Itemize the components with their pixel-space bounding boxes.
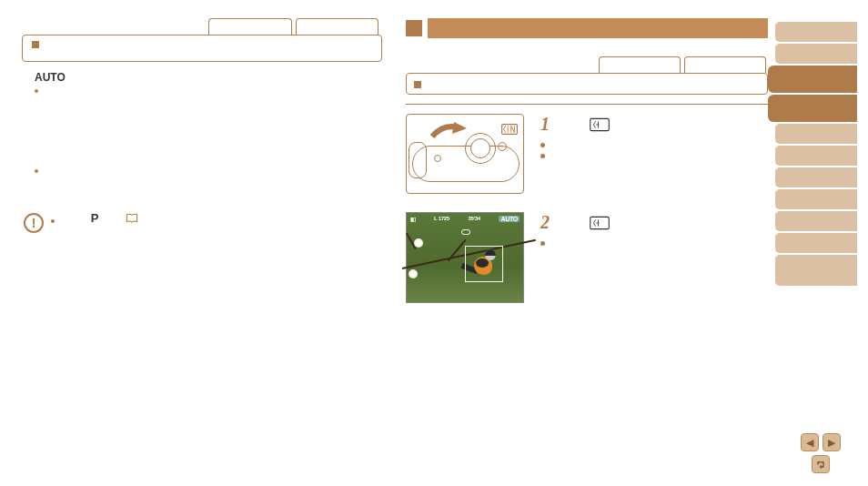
step-2: ▮▯ L 1725 35'34 AUTO [406, 212, 768, 303]
step2-bullet-1 [540, 237, 768, 246]
bullet-dot-icon [35, 89, 38, 93]
overlay-shots-remaining: L 1725 [434, 216, 449, 222]
auto-label: AUTO [22, 67, 382, 84]
return-icon [815, 459, 826, 470]
next-page-button[interactable]: ▶ [823, 433, 841, 451]
sidebar-tabs [768, 22, 868, 288]
right-tab-2[interactable] [684, 56, 766, 73]
lcd-preview: ▮▯ L 1725 35'34 AUTO [406, 212, 524, 303]
section-banner [406, 18, 768, 38]
left-tab-2[interactable] [296, 18, 379, 35]
telephoto-icon [501, 124, 518, 137]
camera-top-diagram [406, 114, 524, 194]
right-tab-1[interactable] [599, 56, 681, 73]
square-bullet-icon [32, 41, 39, 48]
step-number-2: 2 [540, 212, 550, 233]
left-tab-1[interactable] [208, 18, 292, 35]
step1-bullet-2 [540, 149, 768, 158]
overlay-auto-badge: AUTO [499, 216, 520, 222]
step-number-1: 1 [540, 114, 550, 135]
bullet-dot-icon [540, 154, 545, 158]
sidebar-tab-8[interactable] [775, 189, 857, 209]
bullet-dot-icon [35, 169, 38, 173]
step1-bullet-1 [540, 138, 768, 147]
p-mode-icon: P [91, 211, 99, 225]
svg-rect-0 [502, 125, 518, 135]
sidebar-tab-11[interactable] [775, 255, 857, 286]
svg-rect-1 [590, 118, 610, 130]
sidebar-tab-5[interactable] [775, 124, 857, 144]
divider [406, 104, 768, 105]
telephoto-icon [590, 216, 610, 230]
prev-page-button[interactable]: ◀ [801, 433, 819, 451]
sidebar-tab-1[interactable] [775, 22, 857, 42]
bullet-dot-icon [51, 219, 55, 223]
caution-icon: ! [24, 213, 44, 233]
sidebar-tab-9[interactable] [775, 211, 857, 231]
bullet-dot-icon [540, 143, 545, 147]
book-ref-icon [126, 213, 138, 224]
sidebar-tab-2[interactable] [775, 44, 857, 64]
sidebar-tab-10[interactable] [775, 233, 857, 253]
sidebar-tab-6[interactable] [775, 146, 857, 166]
banner-bar [428, 18, 768, 38]
return-button[interactable] [812, 455, 830, 473]
left-bullet-2 [22, 164, 382, 173]
banner-square-icon [406, 20, 422, 36]
sidebar-tab-3[interactable] [768, 66, 857, 93]
af-frame-icon [465, 246, 503, 282]
telephoto-icon [590, 117, 610, 132]
square-bullet-icon [414, 81, 421, 88]
svg-rect-2 [590, 217, 610, 228]
caution-note: ! text P text [22, 211, 382, 233]
left-bullet-1 [22, 84, 382, 93]
right-section-box [406, 73, 768, 95]
zoom-arrow-icon [430, 122, 467, 142]
sidebar-tab-7[interactable] [775, 167, 857, 187]
overlay-time-remaining: 35'34 [469, 216, 480, 222]
step-1: 1 head [406, 114, 768, 194]
bullet-dot-icon [540, 241, 545, 246]
overlay-indicator-icon [461, 229, 470, 235]
sidebar-tab-4[interactable] [768, 95, 857, 122]
overlay-battery-icon: ▮▯ [410, 216, 415, 222]
left-section-box [22, 35, 382, 62]
